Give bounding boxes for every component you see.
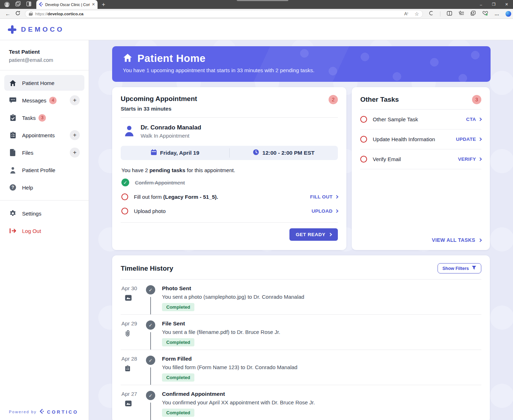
upload-link[interactable]: UPLOAD xyxy=(312,208,338,214)
timeline-date: Apr 29 xyxy=(121,320,143,326)
tab-close-icon[interactable]: ✕ xyxy=(92,2,95,7)
browser-titlebar: Develop Oscar Clinic | Cortico | B ✕ + –… xyxy=(0,0,513,9)
tab-favicon-cortico-icon xyxy=(39,1,43,8)
calendar-icon xyxy=(151,149,157,157)
chevron-right-icon xyxy=(478,138,482,141)
window-close-button[interactable]: ✕ xyxy=(500,0,513,9)
messages-count-badge: 4 xyxy=(49,97,57,104)
chevron-right-icon xyxy=(478,118,482,121)
incomplete-circle-icon xyxy=(360,116,367,123)
upcoming-appointment-card: Upcoming Appointment Starts in 33 minute… xyxy=(112,87,346,250)
timeline-item-title: Photo Sent xyxy=(162,285,304,292)
sidebar-item-settings[interactable]: Settings xyxy=(4,206,84,221)
banner-home-icon xyxy=(123,53,132,64)
address-bar[interactable]: https://develop.cortico.ca A⁾ ☆ xyxy=(25,10,423,18)
sidebar-item-files[interactable]: Files + xyxy=(4,145,84,160)
extension-icon[interactable] xyxy=(429,11,434,17)
incomplete-circle-icon xyxy=(121,193,128,200)
copilot-icon[interactable] xyxy=(506,11,511,17)
completed-check-icon: ✓ xyxy=(146,320,155,330)
window-minimize-button[interactable]: – xyxy=(475,0,487,9)
appointment-time: 12:00 - 2:00 PM EST xyxy=(262,150,314,156)
timeline-item-confirmed-appointment: Apr 27 ✓ Confirmed Appointment You confi… xyxy=(121,385,481,420)
window-restore-button[interactable]: ❐ xyxy=(487,0,500,9)
view-all-tasks-link[interactable]: VIEW ALL TASKS xyxy=(432,237,481,243)
status-badge: Completed xyxy=(162,373,194,382)
get-ready-button[interactable]: GET READY xyxy=(289,228,338,241)
files-add-button[interactable]: + xyxy=(70,148,80,158)
sidebar-item-label: Files xyxy=(22,150,33,156)
favorites-bar-icon[interactable] xyxy=(459,11,464,17)
incomplete-circle-icon xyxy=(360,136,367,143)
sidebar-item-label: Tasks xyxy=(22,115,36,121)
user-name: Test Patient xyxy=(9,49,80,55)
sidebar: Test Patient patient@email.com Patient H… xyxy=(0,40,89,420)
update-link[interactable]: UPDATE xyxy=(456,137,481,142)
cortico-brand-label: CORTICO xyxy=(47,409,78,415)
back-button[interactable]: ← xyxy=(3,11,13,17)
tab-actions-icon[interactable] xyxy=(26,1,31,8)
sidebar-item-logout[interactable]: Log Out xyxy=(4,223,84,239)
timeline-item-photo-sent: Apr 30 ✓ Photo Sent You sent a photo (sa… xyxy=(121,280,481,315)
logout-icon xyxy=(9,228,17,234)
sidebar-item-label: Patient Home xyxy=(22,80,54,86)
read-aloud-icon[interactable]: A⁾ xyxy=(404,11,408,16)
completed-check-icon: ✓ xyxy=(146,356,155,365)
other-task-label: Other Sample Task xyxy=(373,116,418,122)
sidebar-item-patient-profile[interactable]: Patient Profile xyxy=(4,162,84,178)
sidebar-item-label: Messages xyxy=(22,97,46,103)
divider xyxy=(121,222,338,223)
more-options-icon[interactable]: … xyxy=(494,11,499,16)
show-filters-button[interactable]: Show Filters xyxy=(438,263,481,273)
split-screen-icon[interactable] xyxy=(447,11,452,17)
chevron-right-icon xyxy=(329,233,332,236)
refresh-button[interactable] xyxy=(13,11,23,17)
cta-link[interactable]: CTA xyxy=(466,117,481,122)
form-icon xyxy=(125,365,143,373)
timeline-history-card: Timeline History Show Filters Apr 30 ✓ P… xyxy=(112,255,490,420)
verify-link[interactable]: VERIFY xyxy=(458,156,481,162)
sidebar-item-label: Appointments xyxy=(22,132,55,138)
browser-tab[interactable]: Develop Oscar Clinic | Cortico | B ✕ xyxy=(36,0,98,9)
paperclip-icon xyxy=(125,330,143,338)
sidebar-item-patient-home[interactable]: Patient Home xyxy=(4,75,84,91)
sidebar-item-appointments[interactable]: Appointments + xyxy=(4,127,84,143)
fill-out-link[interactable]: FILL OUT xyxy=(310,194,338,200)
collections-icon[interactable] xyxy=(471,11,476,17)
other-task-row-verify-email: Verify Email VERIFY xyxy=(360,149,481,169)
messages-add-button[interactable]: + xyxy=(70,95,80,105)
browser-profile-avatar[interactable] xyxy=(4,2,10,7)
window-snap-handle xyxy=(237,0,288,1)
check-circle-icon: ✓ xyxy=(121,179,129,186)
sidebar-item-help[interactable]: ? Help xyxy=(4,180,84,195)
divider xyxy=(121,117,338,118)
browser-toolbar: ← https://develop.cortico.ca A⁾ ☆ … xyxy=(0,9,513,19)
other-tasks-count-badge: 3 xyxy=(472,95,481,104)
tasks-icon xyxy=(9,114,17,121)
sidebar-item-tasks[interactable]: Tasks 3 xyxy=(4,110,84,126)
timeline-item-description: You sent a file (filename.pdf) to Dr. Br… xyxy=(162,329,280,335)
brand-cross-icon xyxy=(8,25,16,34)
doctor-avatar-icon xyxy=(123,124,136,139)
new-tab-button[interactable]: + xyxy=(102,1,105,8)
url-text[interactable]: https://develop.cortico.ca xyxy=(35,12,84,16)
other-task-label: Update Health Information xyxy=(373,136,435,142)
chevron-right-icon xyxy=(478,158,482,161)
lock-icon xyxy=(29,12,32,16)
workspaces-icon[interactable] xyxy=(15,1,21,8)
favorite-star-icon[interactable]: ☆ xyxy=(414,11,419,17)
completed-check-icon: ✓ xyxy=(146,391,155,400)
sidebar-item-label: Log Out xyxy=(22,228,41,234)
brand-logo[interactable]: DEMOCO xyxy=(8,25,64,34)
chevron-right-icon xyxy=(335,195,339,198)
browser-essentials-icon[interactable] xyxy=(482,11,488,17)
timeline-item-description: You confirmed your April XX appointment … xyxy=(162,399,315,405)
appointments-add-button[interactable]: + xyxy=(70,130,80,140)
other-tasks-card: Other Tasks 3 Other Sample Task CTA Upda… xyxy=(352,87,490,250)
timeline-date: Apr 27 xyxy=(121,391,143,397)
user-email: patient@email.com xyxy=(9,57,80,63)
filter-funnel-icon xyxy=(472,266,476,271)
appointments-icon xyxy=(9,132,17,139)
sidebar-item-messages[interactable]: Messages 4 + xyxy=(4,92,84,108)
incomplete-circle-icon xyxy=(121,208,128,214)
